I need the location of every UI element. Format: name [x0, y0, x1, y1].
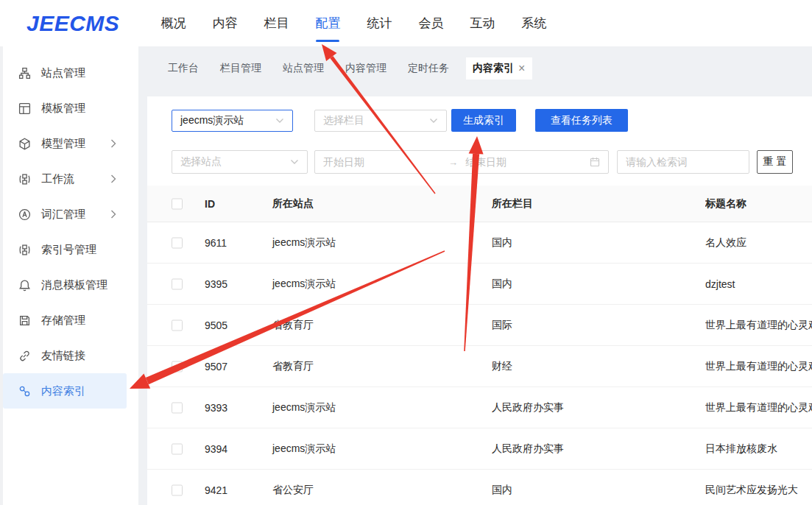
row-title: 名人效应 [705, 236, 812, 250]
sidebar-item-index-number-management[interactable]: 索引号管理 [3, 232, 127, 267]
row-checkbox[interactable] [172, 278, 183, 289]
row-checkbox[interactable] [172, 443, 183, 454]
sidebar-item-template-management[interactable]: 模板管理 [3, 91, 127, 126]
column-header-title: 标题名称 [705, 197, 812, 211]
window-edge-strip [0, 46, 3, 505]
row-site: jeecms演示站 [272, 442, 336, 456]
row-site: jeecms演示站 [272, 236, 336, 250]
tab-content-index[interactable]: 内容索引 × [466, 57, 532, 80]
workflow-icon [18, 173, 31, 186]
view-task-list-button[interactable]: 查看任务列表 [535, 109, 628, 132]
sitemap-icon [18, 67, 31, 80]
chevron-right-icon [110, 210, 116, 219]
row-column: 国内 [492, 484, 512, 497]
row-checkbox[interactable] [172, 484, 183, 495]
table-row: 9421 省公安厅 国内 民间艺术应发扬光大 [147, 470, 812, 505]
nav-item-statistics[interactable]: 统计 [367, 13, 392, 33]
start-date-input[interactable] [323, 156, 448, 168]
row-id: 9395 [205, 278, 227, 290]
row-checkbox[interactable] [172, 319, 183, 331]
sidebar-item-content-index[interactable]: 内容索引 [3, 373, 127, 409]
sidebar-item-vocabulary-management[interactable]: 词汇管理 [3, 197, 127, 232]
table-row: 9394 jeecms演示站 人民政府办实事 日本排放核废水 [147, 428, 812, 470]
row-id: 9394 [205, 443, 227, 455]
nav-item-overview[interactable]: 概况 [160, 13, 186, 33]
jeecms-admin-window: JEECMS 概况 内容 栏目 配置 统计 会员 互动 系统 工作台 栏目管理 … [0, 0, 812, 505]
nav-item-members[interactable]: 会员 [418, 13, 443, 33]
sidebar-item-site-management[interactable]: 站点管理 [3, 55, 127, 91]
row-site: 省公安厅 [272, 484, 314, 497]
chevron-right-icon [110, 139, 116, 148]
tab-close-icon[interactable]: × [518, 63, 525, 74]
site-filter-select[interactable]: 选择站点 [172, 150, 308, 174]
table-row: 9395 jeecms演示站 国内 dzjtest [147, 264, 812, 305]
row-column: 国际 [492, 319, 512, 332]
date-range-picker[interactable]: → [314, 150, 609, 174]
calendar-icon [590, 157, 600, 167]
row-id: 9507 [205, 361, 227, 372]
reset-button[interactable]: 重 置 [757, 150, 793, 174]
nav-item-channel[interactable]: 栏目 [264, 13, 289, 33]
sidebar-item-friendly-links[interactable]: 友情链接 [3, 338, 127, 373]
chevron-down-icon [275, 118, 284, 124]
site-select[interactable]: jeecms演示站 [172, 110, 293, 132]
row-title: 日本排放核废水 [705, 442, 812, 456]
table-header-row: ID 所在站点 所在栏目 标题名称 [147, 186, 812, 222]
generate-index-button[interactable]: 生成索引 [451, 109, 516, 132]
tab-content-management[interactable]: 内容管理 [341, 57, 391, 80]
sidebar-item-storage-management[interactable]: 存储管理 [3, 303, 127, 338]
keyword-search-box[interactable] [617, 150, 749, 174]
bell-icon [18, 279, 31, 292]
nav-item-interaction[interactable]: 互动 [470, 13, 495, 33]
table-row: 9505 省教育厅 国际 世界上最有道理的心灵鸡汤 [147, 305, 812, 346]
row-site: 省教育厅 [272, 319, 314, 332]
tab-scheduled-tasks[interactable]: 定时任务 [403, 57, 453, 80]
row-site: 省教育厅 [272, 360, 314, 373]
tab-strip: 工作台 栏目管理 站点管理 内容管理 定时任务 内容索引 × [163, 57, 812, 80]
nav-item-content[interactable]: 内容 [212, 13, 237, 33]
date-range-arrow-icon: → [448, 157, 458, 168]
nav-item-system[interactable]: 系统 [521, 13, 546, 33]
row-column: 人民政府办实事 [492, 442, 564, 456]
sidebar-item-model-management[interactable]: 模型管理 [3, 126, 127, 161]
sidebar-item-message-template-management[interactable]: 消息模板管理 [3, 267, 127, 303]
chevron-down-icon [290, 159, 299, 165]
top-header: JEECMS 概况 内容 栏目 配置 统计 会员 互动 系统 [0, 0, 812, 46]
tab-channel-management[interactable]: 栏目管理 [216, 57, 266, 80]
row-id: 9611 [205, 237, 227, 249]
row-id: 9393 [205, 402, 227, 414]
filter-row: 选择站点 → 重 置 [147, 150, 812, 174]
chevron-right-icon [110, 174, 116, 183]
template-icon [18, 102, 31, 115]
end-date-input[interactable] [465, 156, 584, 168]
row-title: 世界上最有道理的心灵鸡汤 [705, 360, 812, 373]
content-index-panel: jeecms演示站 选择栏目 生成索引 查看任务列表 选择站点 → [147, 96, 812, 505]
row-title: 民间艺术应发扬光大 [705, 484, 812, 497]
row-site: jeecms演示站 [272, 278, 336, 291]
column-header-column: 所在栏目 [492, 197, 533, 211]
row-title: dzjtest [705, 278, 812, 290]
row-id: 9421 [205, 484, 227, 496]
row-id: 9505 [205, 319, 227, 331]
row-checkbox[interactable] [172, 361, 183, 372]
keyword-input[interactable] [626, 156, 741, 168]
select-all-checkbox[interactable] [172, 198, 183, 209]
row-checkbox[interactable] [172, 237, 183, 248]
model-cube-icon [18, 138, 31, 150]
row-column: 国内 [492, 278, 512, 291]
row-title: 世界上最有道理的心灵鸡汤 [705, 401, 812, 414]
row-checkbox[interactable] [172, 402, 183, 413]
nav-item-config[interactable]: 配置 [315, 13, 340, 33]
storage-icon [18, 314, 31, 327]
action-row: jeecms演示站 选择栏目 生成索引 查看任务列表 [147, 109, 812, 132]
row-site: jeecms演示站 [272, 401, 336, 414]
row-column: 财经 [492, 360, 512, 373]
sidebar-item-workflow[interactable]: 工作流 [3, 161, 127, 197]
row-title: 世界上最有道理的心灵鸡汤 [705, 319, 812, 332]
column-select[interactable]: 选择栏目 [314, 110, 447, 132]
tab-workbench[interactable]: 工作台 [163, 57, 203, 80]
row-column: 人民政府办实事 [492, 401, 564, 414]
table-row: 9507 省教育厅 财经 世界上最有道理的心灵鸡汤 [147, 346, 812, 387]
row-column: 国内 [492, 236, 512, 250]
tab-site-management[interactable]: 站点管理 [278, 57, 328, 80]
